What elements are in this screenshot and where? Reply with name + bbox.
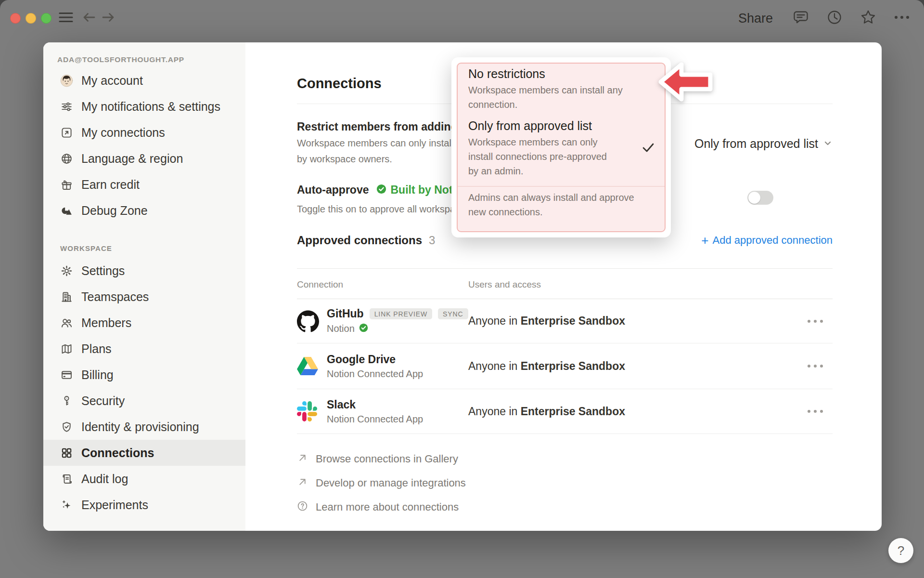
sidebar-item-security[interactable]: Security <box>43 388 245 414</box>
minimize-window-button[interactable] <box>26 13 36 24</box>
sidebar-item-my-notifications[interactable]: My notifications & settings <box>43 93 245 119</box>
row-menu-button[interactable] <box>806 406 825 417</box>
browse-gallery-link[interactable]: Browse connections in Gallery <box>297 447 833 471</box>
star-icon <box>860 9 877 28</box>
column-header-connection: Connection <box>297 279 468 291</box>
restriction-menu-highlight: No restrictions Workspace members can in… <box>457 63 666 232</box>
arrow-left-icon <box>82 10 96 26</box>
restriction-dropdown[interactable]: Only from approved list <box>694 137 833 151</box>
share-button[interactable]: Share <box>734 9 777 28</box>
sidebar-item-label: Earn credit <box>81 178 140 192</box>
approved-connections-title: Approved connections <box>297 234 422 247</box>
avatar <box>60 74 73 87</box>
workspace-section-label: WORKSPACE <box>60 243 245 254</box>
slack-icon <box>297 401 327 421</box>
row-menu-button[interactable] <box>806 361 825 371</box>
sidebar-item-label: Identity & provisioning <box>81 420 199 434</box>
back-button[interactable] <box>80 10 98 27</box>
map-icon <box>60 342 73 355</box>
more-options-button[interactable] <box>892 9 911 28</box>
users-access-value: Anyone in Enterprise Sandbox <box>468 360 806 373</box>
connection-subtitle: Notion Connected App <box>327 368 423 380</box>
close-window-button[interactable] <box>10 13 21 24</box>
account-email: ADA@TOOLSFORTHOUGHT.APP <box>57 54 245 66</box>
comments-button[interactable] <box>791 9 810 28</box>
connections-table: GitHub LINK PREVIEW SYNC Notion Anyone i… <box>297 299 833 434</box>
table-row-github: GitHub LINK PREVIEW SYNC Notion Anyone i… <box>297 299 833 343</box>
sidebar-item-language-region[interactable]: Language & region <box>43 145 245 171</box>
forward-button[interactable] <box>100 10 117 27</box>
connection-subtitle: Notion Connected App <box>327 414 423 425</box>
connection-subtitle: Notion <box>327 323 355 334</box>
sidebar-item-members[interactable]: Members <box>43 310 245 336</box>
sidebar-item-label: Debug Zone <box>81 204 148 218</box>
sidebar-item-connections[interactable]: Connections <box>43 440 245 466</box>
gift-icon <box>60 178 73 191</box>
sidebar-item-earn-credit[interactable]: Earn credit <box>43 171 245 197</box>
arrow-up-right-icon <box>297 452 308 466</box>
sidebar-item-debug-zone[interactable]: Debug Zone <box>43 197 245 223</box>
sidebar-item-plans[interactable]: Plans <box>43 336 245 362</box>
chevron-down-icon <box>823 138 833 150</box>
annotation-arrow-icon <box>657 60 714 106</box>
sidebar-item-label: Experiments <box>81 498 148 512</box>
grid-icon <box>60 447 73 460</box>
learn-more-link[interactable]: Learn more about connections <box>297 495 833 519</box>
sidebar-item-audit-log[interactable]: Audit log <box>43 466 245 492</box>
sidebar-item-label: Connections <box>81 446 154 460</box>
sidebar-item-label: My connections <box>81 126 165 140</box>
sidebar-item-teamspaces[interactable]: Teamspaces <box>43 284 245 310</box>
row-menu-button[interactable] <box>806 316 825 327</box>
arrow-up-right-box-icon <box>60 126 73 139</box>
link-preview-badge: LINK PREVIEW <box>370 308 432 319</box>
sidebar-item-label: Language & region <box>81 152 183 166</box>
column-header-users-access: Users and access <box>468 279 541 291</box>
history-button[interactable] <box>825 9 844 28</box>
toggle-knob <box>748 192 760 204</box>
settings-sidebar: ADA@TOOLSFORTHOUGHT.APP My account My no… <box>43 42 245 531</box>
arrow-right-icon <box>101 10 116 26</box>
develop-integrations-link[interactable]: Develop or manage integrations <box>297 471 833 495</box>
table-row-google-drive: Google Drive Notion Connected App Anyone… <box>297 343 833 389</box>
question-circle-icon <box>297 500 308 514</box>
building-icon <box>60 290 73 303</box>
sidebar-item-billing[interactable]: Billing <box>43 362 245 388</box>
sidebar-item-experiments[interactable]: Experiments <box>43 492 245 518</box>
sidebar-item-label: Security <box>81 394 125 408</box>
sidebar-toggle-button[interactable] <box>57 10 75 27</box>
menu-item-no-restrictions[interactable]: No restrictions Workspace members can in… <box>468 66 654 112</box>
help-button[interactable]: ? <box>888 538 913 563</box>
approved-connections-count: 3 <box>429 234 435 247</box>
scroll-icon <box>60 473 73 486</box>
sidebar-item-my-connections[interactable]: My connections <box>43 119 245 145</box>
sparkles-icon <box>60 499 73 512</box>
connection-name: GitHub <box>327 307 364 320</box>
sidebar-item-label: Audit log <box>81 472 128 486</box>
table-row-slack: Slack Notion Connected App Anyone in Ent… <box>297 389 833 434</box>
zoom-window-button[interactable] <box>41 13 51 24</box>
github-icon <box>297 310 327 332</box>
auto-approve-toggle[interactable] <box>747 191 773 205</box>
people-icon <box>60 316 73 329</box>
hamburger-icon <box>59 10 73 26</box>
users-access-value: Anyone in Enterprise Sandbox <box>468 315 806 328</box>
favorite-button[interactable] <box>859 9 878 28</box>
sidebar-item-label: Billing <box>81 368 114 382</box>
menu-item-only-approved-list[interactable]: Only from approved list Workspace member… <box>468 118 654 178</box>
sidebar-item-label: Plans <box>81 342 112 356</box>
sidebar-item-my-account[interactable]: My account <box>43 67 245 93</box>
google-drive-icon <box>297 357 327 375</box>
credit-card-icon <box>60 368 73 381</box>
users-access-value: Anyone in Enterprise Sandbox <box>468 405 806 418</box>
approved-divider <box>297 268 833 269</box>
add-approved-connection-button[interactable]: + Add approved connection <box>701 234 833 247</box>
auto-approve-title: Auto-approve <box>297 183 369 197</box>
sidebar-item-identity-provisioning[interactable]: Identity & provisioning <box>43 414 245 440</box>
sidebar-item-settings[interactable]: Settings <box>43 258 245 284</box>
verified-check-icon <box>359 323 369 335</box>
arrow-up-right-icon <box>297 476 308 490</box>
connection-name: Google Drive <box>327 353 396 366</box>
restriction-dropdown-value: Only from approved list <box>694 137 818 151</box>
table-header: Connection Users and access <box>297 279 833 291</box>
globe-icon <box>60 152 73 165</box>
